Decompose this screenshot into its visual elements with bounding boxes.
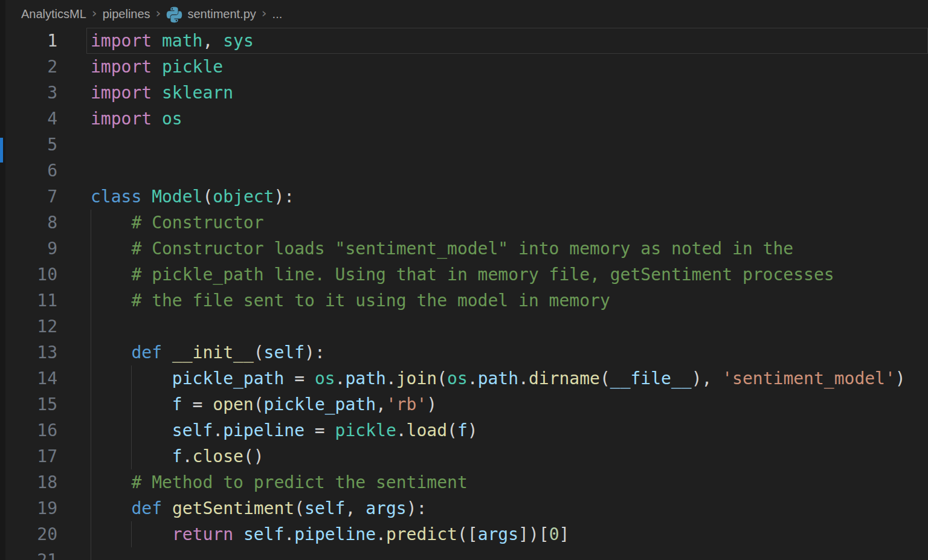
code-token: . xyxy=(213,420,223,440)
code-line[interactable]: 6 xyxy=(5,158,928,184)
line-content: def getSentiment(self, args): xyxy=(91,495,427,521)
chevron-right-icon: › xyxy=(150,5,167,21)
line-number[interactable]: 13 xyxy=(5,340,57,365)
code-line[interactable]: 18 # Method to predict the sentiment xyxy=(5,469,928,495)
line-content: pickle_path = os.path.join(os.path.dirna… xyxy=(91,365,906,391)
code-line[interactable]: 2import pickle xyxy=(5,54,928,80)
code-token: Model xyxy=(152,187,202,207)
line-number[interactable]: 11 xyxy=(5,288,57,314)
code-line[interactable]: 21 xyxy=(5,547,928,560)
code-line[interactable]: 17 f.close() xyxy=(5,443,928,469)
code-token: join xyxy=(396,369,437,388)
indent-guide xyxy=(91,469,91,495)
code-line[interactable]: 1import math, sys xyxy=(5,28,928,54)
code-token: = xyxy=(182,394,213,414)
code-token: ): xyxy=(407,498,427,518)
line-number[interactable]: 10 xyxy=(5,262,57,288)
indent-guide xyxy=(131,417,132,443)
line-number[interactable]: 14 xyxy=(5,365,57,391)
code-line[interactable]: 20 return self.pipeline.predict([args])[… xyxy=(5,521,928,547)
code-token xyxy=(152,109,162,129)
code-token: ] xyxy=(559,524,570,544)
line-number[interactable]: 1 xyxy=(5,28,57,54)
code-line[interactable]: 10 # pickle_path line. Using that in mem… xyxy=(5,262,928,288)
code-line[interactable]: 11 # the file sent to it using the model… xyxy=(5,288,928,314)
code-token: __file__ xyxy=(610,369,692,388)
code-token: . xyxy=(518,369,529,388)
line-number[interactable]: 2 xyxy=(5,54,57,80)
indent-guide xyxy=(91,314,91,340)
indent-guide xyxy=(91,495,91,521)
line-content: # Method to predict the sentiment xyxy=(91,469,468,495)
indent-guide xyxy=(91,262,91,288)
chevron-right-icon: › xyxy=(256,5,272,21)
code-line[interactable]: 4import os xyxy=(5,106,928,132)
code-token: os xyxy=(447,369,468,388)
code-line[interactable]: 16 self.pipeline = pickle.load(f) xyxy=(5,417,928,443)
code-token: , xyxy=(345,498,366,518)
code-line[interactable]: 7class Model(object): xyxy=(5,184,928,210)
code-line[interactable]: 15 f = open(pickle_path,'rb') xyxy=(5,391,928,417)
breadcrumb: AnalyticsML › pipelines › sentiment.py ›… xyxy=(5,0,928,28)
code-token: # Method to predict the sentiment xyxy=(131,472,467,492)
code-token: load xyxy=(407,420,447,440)
indent-guide xyxy=(91,288,91,314)
line-number[interactable]: 18 xyxy=(5,469,57,495)
code-token: f xyxy=(457,420,468,440)
line-content: # the file sent to it using the model in… xyxy=(91,288,610,314)
code-token xyxy=(233,524,243,544)
code-line[interactable]: 9 # Constructor loads "sentiment_model" … xyxy=(5,236,928,262)
line-number[interactable]: 20 xyxy=(5,521,57,547)
breadcrumb-item-folder[interactable]: pipelines xyxy=(103,7,150,21)
line-content: import pickle xyxy=(91,54,223,80)
line-number[interactable]: 6 xyxy=(5,158,57,184)
line-content: self.pipeline = pickle.load(f) xyxy=(91,417,478,443)
code-line[interactable]: 13 def __init__(self): xyxy=(5,340,928,365)
code-token xyxy=(91,498,131,518)
code-token: path xyxy=(345,369,385,388)
line-number[interactable]: 16 xyxy=(5,417,57,443)
line-number[interactable]: 5 xyxy=(5,132,57,158)
code-token: self xyxy=(172,420,213,440)
breadcrumb-item-project[interactable]: AnalyticsML xyxy=(21,7,86,21)
indent-guide xyxy=(91,443,91,469)
code-token: args xyxy=(478,524,518,544)
code-token: ])[ xyxy=(518,524,549,544)
line-number[interactable]: 17 xyxy=(5,443,57,469)
breadcrumb-item-symbol[interactable]: ... xyxy=(272,7,283,21)
line-number[interactable]: 3 xyxy=(5,80,57,106)
line-content: return self.pipeline.predict([args])[0] xyxy=(91,521,569,547)
code-token: # pickle_path line. Using that in memory… xyxy=(131,265,834,285)
code-token xyxy=(91,239,131,259)
line-number[interactable]: 15 xyxy=(5,391,57,417)
code-token: ): xyxy=(304,343,325,362)
code-token: ( xyxy=(254,394,264,414)
line-number[interactable]: 19 xyxy=(5,495,57,521)
code-token: # the file sent to it using the model in… xyxy=(131,291,610,311)
code-token: args xyxy=(366,498,406,518)
line-number[interactable]: 21 xyxy=(5,547,57,560)
code-line[interactable]: 3import sklearn xyxy=(5,80,928,106)
line-number[interactable]: 7 xyxy=(5,184,57,210)
code-line[interactable]: 5 xyxy=(5,132,928,158)
code-line[interactable]: 8 # Constructor xyxy=(5,210,928,236)
line-content: import math, sys xyxy=(91,28,254,54)
breadcrumb-item-file[interactable]: sentiment.py xyxy=(187,7,256,21)
code-token: class xyxy=(91,187,141,207)
line-number[interactable]: 8 xyxy=(5,210,57,236)
line-number[interactable]: 9 xyxy=(5,236,57,262)
code-line[interactable]: 19 def getSentiment(self, args): xyxy=(5,495,928,521)
code-token: ( xyxy=(294,498,304,518)
indent-guide xyxy=(91,236,91,262)
code-token: pickle_path xyxy=(264,394,376,414)
code-line[interactable]: 12 xyxy=(5,314,928,340)
code-token: ([ xyxy=(457,524,478,544)
code-token: path xyxy=(478,369,518,388)
code-token: close xyxy=(193,446,243,466)
line-number[interactable]: 4 xyxy=(5,106,57,132)
line-number[interactable]: 12 xyxy=(5,314,57,340)
code-token: () xyxy=(243,446,264,466)
editor[interactable]: 1import math, sys2import pickle3import s… xyxy=(5,28,928,560)
code-line[interactable]: 14 pickle_path = os.path.join(os.path.di… xyxy=(5,365,928,391)
code-token: def xyxy=(131,343,162,362)
